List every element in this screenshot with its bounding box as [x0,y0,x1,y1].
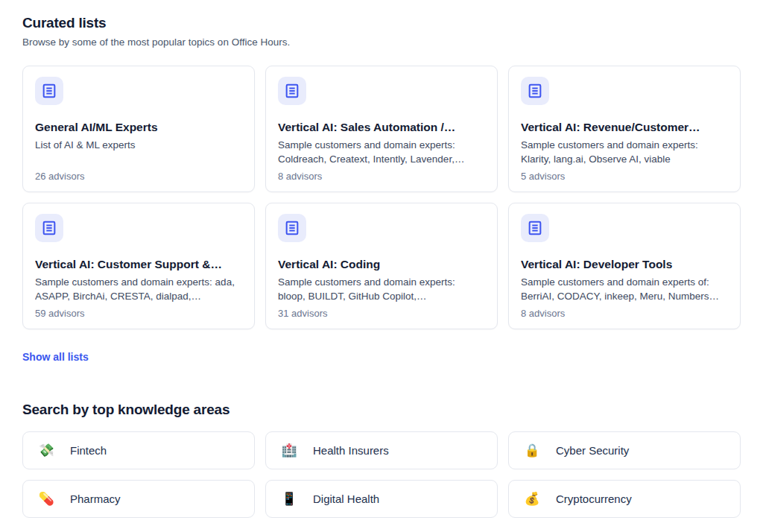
knowledge-area-pharmacy[interactable]: 💊 Pharmacy [22,480,255,518]
card-description: Sample customers and domain experts of: … [521,275,728,303]
curated-list-card[interactable]: Vertical AI: Sales Automation /… Sample … [265,66,498,192]
document-list-icon [278,77,306,105]
card-title: General AI/ML Experts [35,121,242,134]
knowledge-area-label: Fintech [70,444,107,457]
knowledge-area-label: Digital Health [313,493,379,505]
money-bag-icon: 💰 [524,493,540,505]
curated-list-card[interactable]: Vertical AI: Coding Sample customers and… [265,203,498,329]
document-list-icon [35,214,63,242]
pill-icon: 💊 [38,493,54,505]
card-title: Vertical AI: Developer Tools [521,258,728,271]
document-list-icon [278,214,306,242]
card-title: Vertical AI: Coding [278,258,485,271]
card-title: Vertical AI: Revenue/Customer… [521,121,728,134]
mobile-phone-icon: 📱 [281,493,297,505]
knowledge-area-fintech[interactable]: 💸 Fintech [22,431,255,469]
card-title: Vertical AI: Customer Support &… [35,258,242,271]
curated-list-card[interactable]: Vertical AI: Customer Support &… Sample … [22,203,255,329]
card-description: Sample customers and domain experts: Kla… [521,138,728,166]
card-description: Sample customers and domain experts: Col… [278,138,485,166]
card-advisor-count: 59 advisors [35,308,84,319]
knowledge-area-digital-health[interactable]: 📱 Digital Health [265,480,498,518]
card-advisor-count: 5 advisors [521,171,565,182]
card-advisor-count: 8 advisors [521,308,565,319]
knowledge-area-label: Health Insurers [313,444,389,457]
card-advisor-count: 31 advisors [278,308,327,319]
curated-lists-grid: General AI/ML Experts List of AI & ML ex… [22,66,741,329]
card-title: Vertical AI: Sales Automation /… [278,121,485,134]
curated-lists-title: Curated lists [22,15,741,31]
page: Curated lists Browse by some of the most… [0,0,763,518]
card-description: Sample customers and domain experts: blo… [278,275,485,303]
knowledge-areas-section: Search by top knowledge areas 💸 Fintech … [22,402,741,518]
card-description: Sample customers and domain experts: ada… [35,275,242,303]
knowledge-area-cryptocurrency[interactable]: 💰 Cryptocurrency [508,480,741,518]
show-all-lists-link[interactable]: Show all lists [22,351,89,363]
document-list-icon [521,214,549,242]
knowledge-areas-grid: 💸 Fintech 🏥 Health Insurers 🔒 Cyber Secu… [22,431,741,518]
money-with-wings-icon: 💸 [38,444,54,457]
curated-list-card[interactable]: Vertical AI: Revenue/Customer… Sample cu… [508,66,741,192]
curated-list-card[interactable]: General AI/ML Experts List of AI & ML ex… [22,66,255,192]
knowledge-area-health-insurers[interactable]: 🏥 Health Insurers [265,431,498,469]
curated-list-card[interactable]: Vertical AI: Developer Tools Sample cust… [508,203,741,329]
curated-lists-subtitle: Browse by some of the most popular topic… [22,37,741,48]
knowledge-area-label: Cryptocurrency [556,493,632,505]
card-advisor-count: 8 advisors [278,171,322,182]
knowledge-area-label: Cyber Security [556,444,629,457]
document-list-icon [521,77,549,105]
knowledge-areas-title: Search by top knowledge areas [22,402,741,418]
document-list-icon [35,77,63,105]
hospital-icon: 🏥 [281,444,297,457]
knowledge-area-label: Pharmacy [70,493,121,505]
lock-icon: 🔒 [524,444,540,457]
curated-lists-section: Curated lists Browse by some of the most… [22,15,741,364]
card-advisor-count: 26 advisors [35,171,84,182]
card-description: List of AI & ML experts [35,138,242,152]
knowledge-area-cyber-security[interactable]: 🔒 Cyber Security [508,431,741,469]
